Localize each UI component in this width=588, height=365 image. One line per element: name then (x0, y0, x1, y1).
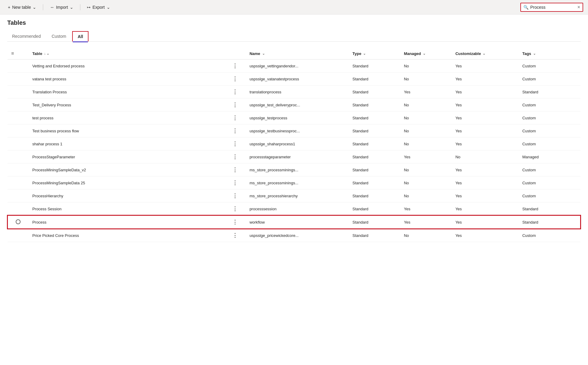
col-header-tags[interactable]: Tags ⌄ (519, 48, 580, 60)
row-name-5: uspsslge_testprocess (246, 111, 349, 124)
row-menu-2[interactable]: ⋮ (224, 73, 246, 86)
menu-dots-icon[interactable]: ⋮ (232, 206, 238, 212)
table-row[interactable]: ProcessMiningSampleData_v2 ⋮ ms_store_pr… (8, 163, 580, 176)
row-menu-6[interactable]: ⋮ (224, 124, 246, 137)
row-checkbox-14[interactable] (8, 229, 29, 242)
row-managed-7: No (400, 137, 451, 150)
export-button[interactable]: ↦ Export ⌄ (84, 3, 113, 11)
menu-dots-icon[interactable]: ⋮ (232, 128, 238, 134)
row-type-14: Standard (349, 229, 400, 242)
search-input[interactable] (530, 5, 576, 10)
tab-recommended[interactable]: Recommended (7, 31, 46, 41)
row-customizable-8: No (452, 150, 519, 163)
table-row[interactable]: Process ⋮ workflow Standard Yes Yes Stan… (8, 215, 580, 229)
menu-dots-icon[interactable]: ⋮ (232, 232, 238, 238)
row-menu-3[interactable]: ⋮ (224, 86, 246, 99)
row-tags-1: Custom (519, 60, 580, 73)
row-checkbox-11[interactable] (8, 189, 29, 202)
export-label: Export (92, 5, 104, 10)
table-row[interactable]: Test business process flow ⋮ uspsslge_te… (8, 124, 580, 137)
row-customizable-3: Yes (452, 86, 519, 99)
row-checkbox-2[interactable] (8, 73, 29, 86)
import-button[interactable]: ↔ Import ⌄ (47, 3, 76, 11)
col-header-menu-space (224, 48, 246, 60)
col-header-managed[interactable]: Managed ⌄ (400, 48, 451, 60)
row-tags-6: Custom (519, 124, 580, 137)
col-managed-sort-icon: ⌄ (423, 52, 426, 56)
table-row[interactable]: Test_Delivery Process ⋮ uspsslge_test_de… (8, 99, 580, 111)
search-clear-button[interactable]: × (577, 5, 580, 10)
row-checkbox-9[interactable] (8, 163, 29, 176)
table-row[interactable]: Price Picked Core Process ⋮ uspsslge_pri… (8, 229, 580, 242)
row-table-name-9: ProcessMiningSampleData_v2 (29, 163, 224, 176)
menu-dots-icon[interactable]: ⋮ (232, 89, 238, 95)
row-name-14: uspsslge_pricewickedcore... (246, 229, 349, 242)
menu-dots-icon[interactable]: ⋮ (232, 167, 238, 173)
row-menu-1[interactable]: ⋮ (224, 60, 246, 73)
col-header-type[interactable]: Type ⌄ (349, 48, 400, 60)
col-customizable-label: Customizable (455, 51, 481, 56)
row-checkbox-4[interactable] (8, 99, 29, 111)
row-menu-4[interactable]: ⋮ (224, 99, 246, 111)
table-row[interactable]: Translation Process ⋮ translationprocess… (8, 86, 580, 99)
row-managed-10: No (400, 176, 451, 189)
menu-dots-icon[interactable]: ⋮ (232, 76, 238, 82)
col-header-table[interactable]: Table ↓ ⌄ (29, 48, 224, 60)
menu-dots-icon[interactable]: ⋮ (232, 115, 238, 121)
row-checkbox-1[interactable] (8, 60, 29, 73)
row-checkbox-3[interactable] (8, 86, 29, 99)
row-menu-13[interactable]: ⋮ (224, 215, 246, 229)
row-checkbox-8[interactable] (8, 150, 29, 163)
row-menu-11[interactable]: ⋮ (224, 189, 246, 202)
row-menu-14[interactable]: ⋮ (224, 229, 246, 242)
new-table-button[interactable]: + New table ⌄ (5, 3, 39, 11)
table-row[interactable]: Vetting and Endorsed process ⋮ uspsslge_… (8, 60, 580, 73)
row-menu-5[interactable]: ⋮ (224, 111, 246, 124)
table-row[interactable]: test process ⋮ uspsslge_testprocess Stan… (8, 111, 580, 124)
row-managed-2: No (400, 73, 451, 86)
tab-all[interactable]: All (72, 31, 88, 41)
row-menu-7[interactable]: ⋮ (224, 137, 246, 150)
row-type-12: Standard (349, 202, 400, 216)
table-row[interactable]: shahar process 1 ⋮ uspsslge_shaharproces… (8, 137, 580, 150)
menu-dots-icon[interactable]: ⋮ (232, 193, 238, 199)
col-tags-sort-icon: ⌄ (533, 52, 536, 56)
row-checkbox-5[interactable] (8, 111, 29, 124)
export-icon: ↦ (87, 5, 91, 10)
row-checkbox-10[interactable] (8, 176, 29, 189)
row-menu-8[interactable]: ⋮ (224, 150, 246, 163)
table-row[interactable]: ProcessStageParameter ⋮ processstagepara… (8, 150, 580, 163)
row-managed-4: No (400, 99, 451, 111)
row-table-name-14: Price Picked Core Process (29, 229, 224, 242)
row-customizable-4: Yes (452, 99, 519, 111)
row-checkbox-13[interactable] (8, 215, 29, 229)
menu-dots-icon[interactable]: ⋮ (232, 154, 238, 160)
row-tags-2: Custom (519, 73, 580, 86)
row-tags-3: Standard (519, 86, 580, 99)
separator-2 (80, 4, 80, 10)
col-header-name[interactable]: Name ⌄ (246, 48, 349, 60)
row-checkbox-7[interactable] (8, 137, 29, 150)
row-checkbox-6[interactable] (8, 124, 29, 137)
menu-dots-icon[interactable]: ⋮ (232, 219, 238, 225)
row-type-7: Standard (349, 137, 400, 150)
table-row[interactable]: ProcessHierarchy ⋮ ms_store_processhiera… (8, 189, 580, 202)
menu-dots-icon[interactable]: ⋮ (232, 63, 238, 69)
menu-dots-icon[interactable]: ⋮ (232, 102, 238, 108)
row-tags-9: Custom (519, 163, 580, 176)
row-menu-9[interactable]: ⋮ (224, 163, 246, 176)
row-managed-14: No (400, 229, 451, 242)
tab-custom[interactable]: Custom (47, 31, 71, 41)
table-row[interactable]: ProcessMiningSampleData 25 ⋮ ms_store_pr… (8, 176, 580, 189)
row-checkbox-12[interactable] (8, 202, 29, 216)
menu-dots-icon[interactable]: ⋮ (232, 180, 238, 186)
row-table-name-5: test process (29, 111, 224, 124)
row-menu-10[interactable]: ⋮ (224, 176, 246, 189)
menu-dots-icon[interactable]: ⋮ (232, 141, 238, 147)
row-type-13: Standard (349, 215, 400, 229)
row-managed-11: No (400, 189, 451, 202)
col-header-customizable[interactable]: Customizable ⌄ (452, 48, 519, 60)
row-menu-12[interactable]: ⋮ (224, 202, 246, 216)
table-row[interactable]: Process Session ⋮ processsession Standar… (8, 202, 580, 216)
table-row[interactable]: vatana test process ⋮ uspsslge_vatanates… (8, 73, 580, 86)
